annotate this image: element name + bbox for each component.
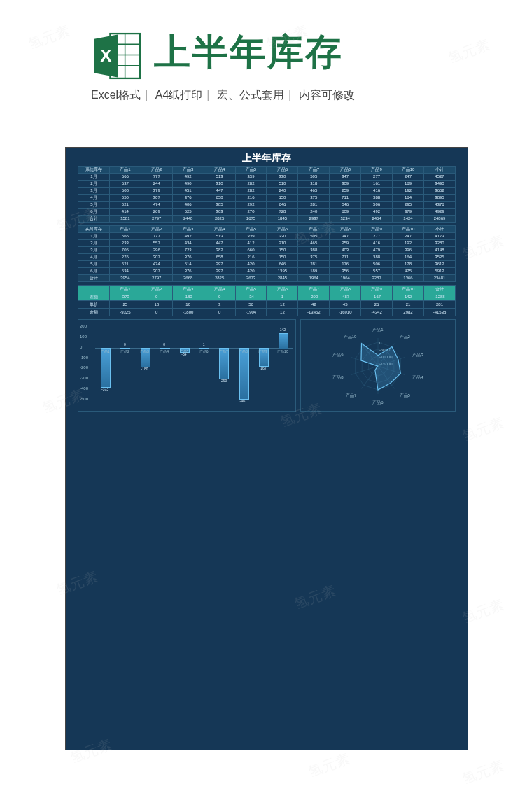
table-cell: 18 (141, 301, 172, 309)
table-cell: 3612 (424, 261, 455, 268)
table-cell: 产品10 (393, 226, 424, 233)
table-cell: 12 (267, 309, 298, 316)
table-cell: 176 (330, 261, 361, 268)
table-cell: 0 (141, 309, 172, 316)
table-cell: 产品7 (298, 167, 330, 174)
bar-category-label: 产品2 (116, 349, 133, 354)
table-cell: 447 (204, 188, 235, 195)
table-cell: 492 (172, 174, 204, 181)
bar-value-label: -373 (98, 387, 112, 391)
table-cell: 434 (172, 240, 204, 247)
table-cell: 150 (267, 247, 298, 254)
radar-svg: 0-5000-10000-15000产品1产品2产品3产品4产品5产品6产品7产… (301, 320, 455, 411)
bar-plot-area: -373产品10产品2-180产品30产品4-34产品51产品6-290产品7-… (95, 327, 293, 400)
table-cell: 小计 (424, 226, 455, 233)
table-cell: 1366 (393, 275, 424, 282)
table-cell: 2982 (393, 309, 424, 316)
table-cell: 产品6 (267, 286, 298, 293)
table-cell: 合计 (78, 275, 110, 282)
svg-text:产品5: 产品5 (400, 393, 411, 398)
table-cell: 2月 (78, 240, 110, 247)
table-cell: 169 (393, 181, 424, 188)
table-cell: 142 (393, 293, 424, 301)
table-cell: 534 (109, 268, 141, 275)
table-cell: -1904 (235, 309, 267, 316)
table-cell: 281 (424, 301, 455, 309)
table-cell: 金额 (78, 309, 110, 316)
table-cell: 307 (141, 195, 172, 202)
table-cell: 1845 (267, 216, 298, 223)
watermark: 氢元素 (460, 757, 506, 789)
svg-text:产品3: 产品3 (412, 352, 424, 357)
table-cell: 297 (204, 268, 235, 275)
svg-text:产品4: 产品4 (412, 374, 424, 379)
table-cell: 382 (204, 247, 235, 254)
table-cell: 5月 (78, 261, 110, 268)
table-cell: 658 (204, 254, 235, 261)
table-cell: 产品1 (109, 167, 141, 174)
table-cell: 646 (267, 202, 298, 209)
table-cell: 产品1 (109, 286, 141, 293)
table-cell: 414 (109, 209, 141, 216)
bar-value-label: 142 (276, 328, 290, 332)
svg-text:产品2: 产品2 (400, 334, 411, 339)
table-cell: 产品4 (204, 286, 235, 293)
table-cell: 产品6 (267, 167, 298, 174)
table-cell: 376 (172, 268, 204, 275)
table-cell: 479 (361, 247, 393, 254)
table-cell: 281 (298, 202, 330, 209)
table-cell: 309 (330, 181, 361, 188)
meta-row: Excel格式| A4纸打印| 宏、公式套用| 内容可修改 (0, 84, 532, 103)
table-cell: 465 (298, 240, 330, 247)
table-cell: 0 (204, 293, 235, 301)
table-cell: 3月 (78, 247, 110, 254)
table-cell: 292 (235, 202, 267, 209)
table-cell: 339 (235, 233, 267, 240)
table-cell: 56 (235, 301, 267, 309)
table-cell: 216 (235, 254, 267, 261)
table-cell: 产品6 (267, 226, 298, 233)
table-cell: 546 (330, 202, 361, 209)
table-cell: 45 (330, 301, 361, 309)
table-cell: 513 (204, 174, 235, 181)
table-cell: -34 (235, 293, 267, 301)
bar-value-label: -487 (237, 399, 251, 403)
table-cell: 189 (298, 268, 330, 275)
table-cell: 1月 (78, 174, 110, 181)
table-cell: 3 (204, 301, 235, 309)
svg-text:X: X (100, 46, 111, 65)
table-cell: 3954 (109, 275, 141, 282)
y-tick-label: 200 (80, 324, 87, 328)
table-cell: 297 (204, 261, 235, 268)
bar-category-label: 产品8 (235, 349, 252, 354)
y-tick-label: -200 (80, 365, 88, 370)
table-cell: 产品3 (172, 226, 204, 233)
table-cell: 产品5 (235, 226, 267, 233)
svg-text:产品9: 产品9 (332, 352, 344, 357)
table-cell: 4173 (424, 233, 455, 240)
bar-value-label: 1 (197, 342, 211, 346)
table-cell: 产品2 (141, 286, 172, 293)
bar-category-label: 产品7 (215, 349, 232, 354)
table-cell: 303 (204, 209, 235, 216)
table-cell: 6月 (78, 268, 110, 275)
table-cell: 产品9 (361, 167, 393, 174)
table-cell: 295 (393, 202, 424, 209)
table-cell: 23481 (424, 275, 455, 282)
table-cell: 164 (393, 195, 424, 202)
table-cell: -487 (330, 293, 361, 301)
table-cell: 2845 (267, 275, 298, 282)
table-cell: 777 (141, 174, 172, 181)
table-cell: 247 (393, 174, 424, 181)
bar-category-label: 产品5 (176, 349, 192, 354)
table-cell: 合计 (424, 286, 455, 293)
page-title: 上半年库存 (154, 31, 343, 72)
table-cell: 3895 (424, 195, 455, 202)
table-cell: 2797 (141, 216, 172, 223)
table-cell: -290 (298, 293, 330, 301)
table-cell: 产品9 (361, 226, 393, 233)
table-cell: 实时库存 (78, 226, 110, 233)
table-cell: -13452 (298, 309, 330, 316)
table-cell: 296 (141, 247, 172, 254)
table-cell: 5912 (424, 268, 455, 275)
